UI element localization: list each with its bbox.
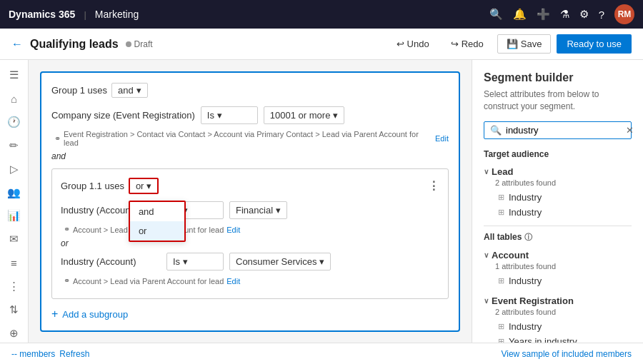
divider-1	[484, 226, 632, 226]
condition-1-operator[interactable]: Is ▾	[201, 106, 258, 124]
subgroup-connector-container: or ▾ and or	[129, 178, 159, 194]
lead-industry-2[interactable]: ⊞ Industry	[484, 205, 632, 220]
sidebar-icon-arrows[interactable]: ⇅	[3, 300, 26, 319]
add-subgroup-button[interactable]: + Add a subgroup	[51, 308, 449, 320]
account-industry[interactable]: ⊞ Industry	[484, 273, 632, 288]
page-title: Qualifying leads	[30, 38, 119, 51]
left-sidebar: ☰ ⌂ 🕐 ✏ ▷ 👥 📊 ✉ ≡ ⋮ ⇅ ⊕	[0, 60, 29, 343]
plus-icon[interactable]: ➕	[537, 8, 550, 21]
sidebar-icon-menu[interactable]: ☰	[3, 66, 26, 85]
bottombar: -- members Refresh View sample of includ…	[0, 343, 643, 364]
tree-section-event: ∨ Event Registration 2 attributes found …	[484, 294, 632, 343]
search-icon: 🔍	[490, 125, 502, 136]
sidebar-icon-people[interactable]: 👥	[3, 183, 26, 202]
chevron-down-icon: ∨	[484, 251, 489, 259]
condition-1-row: Company size (Event Registration) Is ▾ 1…	[51, 106, 449, 124]
filter-icon[interactable]: ⚗	[560, 8, 569, 21]
option-or[interactable]: or	[130, 221, 184, 241]
save-button[interactable]: 💾 Save	[497, 34, 552, 54]
subgroup-connector-dropdown[interactable]: or ▾	[129, 178, 159, 194]
redo-button[interactable]: ↪ Redo	[443, 34, 492, 54]
sidebar-icon-mail[interactable]: ✉	[3, 230, 26, 249]
avatar[interactable]: RM	[614, 4, 634, 24]
canvas-area: Group 1 uses and ▾ Company size (Event R…	[29, 60, 472, 343]
tree-account-label: Account	[492, 250, 529, 261]
connector-dropdown-popup[interactable]: and or	[129, 201, 186, 242]
sub-condition-2-value[interactable]: Consumer Services ▾	[229, 253, 331, 271]
sub-condition-2-operator[interactable]: Is ▾	[166, 253, 224, 271]
app-module: Marketing	[95, 9, 139, 20]
undo-button[interactable]: ↩ Undo	[389, 34, 437, 54]
ready-button[interactable]: Ready to use	[557, 34, 632, 54]
tree-section-account: ∨ Account 1 attributes found ⊞ Industry	[484, 248, 632, 288]
subgroup-header: Group 1.1 uses or ▾ and or ⋮	[61, 178, 439, 194]
chevron-down-icon: ∨	[484, 297, 489, 305]
sidebar-icon-chart[interactable]: 📊	[3, 206, 26, 226]
condition-1-field: Company size (Event Registration)	[51, 110, 195, 121]
help-icon[interactable]: ?	[599, 9, 604, 21]
lead-industry-1[interactable]: ⊞ Industry	[484, 190, 632, 205]
secondary-bar: ← Qualifying leads Draft ↩ Undo ↪ Redo 💾…	[0, 29, 643, 60]
group-uses-label: Group 1 uses	[51, 85, 107, 96]
sub-condition-2-row: Industry (Account) Is ▾ Consumer Service…	[61, 253, 439, 271]
panel-title: Segment builder	[484, 71, 632, 84]
topnav-icons: 🔍 🔔 ➕ ⚗ ⚙ ? RM	[489, 4, 634, 24]
event-years-in-industry[interactable]: ⊞ Years in industry	[484, 334, 632, 343]
sidebar-icon-pencil[interactable]: ✏	[3, 136, 26, 155]
sidebar-icon-list[interactable]: ≡	[3, 253, 26, 273]
group-connector-chevron: ▾	[136, 85, 141, 96]
sub-val-chevron: ▾	[276, 205, 281, 216]
gear-icon[interactable]: ⚙	[579, 8, 589, 21]
group-connector-dropdown[interactable]: and ▾	[111, 83, 148, 98]
subgroup-box: Group 1.1 uses or ▾ and or ⋮	[51, 168, 449, 299]
tree-event-header[interactable]: ∨ Event Registration	[484, 294, 632, 308]
secondbar-actions: ↩ Undo ↪ Redo 💾 Save Ready to use	[389, 34, 632, 54]
sub2-val-chevron: ▾	[319, 256, 324, 267]
sidebar-icon-clock[interactable]: 🕐	[3, 113, 26, 132]
tree-account-header[interactable]: ∨ Account	[484, 248, 632, 262]
nav-divider: |	[84, 9, 86, 20]
info-icon: ⓘ	[524, 232, 532, 243]
tree-lead-header[interactable]: ∨ Lead	[484, 165, 632, 178]
sidebar-icon-add[interactable]: ⊕	[3, 323, 26, 343]
search-box[interactable]: 🔍 ✕	[484, 121, 632, 139]
operator-chevron: ▾	[217, 110, 222, 121]
group-header: Group 1 uses and ▾	[51, 83, 449, 98]
back-button[interactable]: ←	[11, 38, 23, 51]
refresh-button[interactable]: Refresh	[59, 349, 89, 359]
sub-condition-1-value[interactable]: Financial ▾	[229, 201, 287, 219]
view-sample-link[interactable]: View sample of included members	[501, 349, 632, 359]
grid-icon: ⊞	[498, 193, 504, 202]
chevron-down-icon: ∨	[484, 168, 489, 176]
grid-icon: ⊞	[498, 337, 504, 343]
bell-icon[interactable]: 🔔	[513, 8, 527, 21]
event-industry[interactable]: ⊞ Industry	[484, 319, 632, 334]
sidebar-icon-play[interactable]: ▷	[3, 159, 26, 178]
clear-icon[interactable]: ✕	[626, 125, 634, 136]
draft-label: Draft	[134, 39, 153, 49]
search-input[interactable]	[506, 125, 626, 136]
sub2-op-chevron: ▾	[183, 256, 188, 267]
sub-condition-1-edit[interactable]: Edit	[226, 226, 240, 234]
search-icon[interactable]: 🔍	[489, 8, 503, 21]
subgroup-kebab-menu[interactable]: ⋮	[428, 179, 439, 193]
subgroup-connector-value: or	[136, 181, 144, 191]
option-and[interactable]: and	[130, 202, 184, 221]
condition-1-edit[interactable]: Edit	[435, 134, 449, 143]
plus-icon: +	[51, 308, 58, 320]
top-navigation: Dynamics 365 | Marketing 🔍 🔔 ➕ ⚗ ⚙ ? RM	[0, 0, 643, 29]
sidebar-icon-home[interactable]: ⌂	[3, 89, 26, 108]
target-audience-label: Target audience	[484, 149, 632, 159]
members-label[interactable]: -- members	[11, 349, 55, 359]
sub-condition-1-row: Industry (Account) Is ▾ Financial ▾	[61, 201, 439, 219]
sub-bc-icon: ⚭	[64, 225, 70, 234]
right-panel: Segment builder Select attributes from b…	[472, 60, 643, 343]
undo-label: Undo	[407, 39, 429, 49]
condition-1-breadcrumb: ⚭ Event Registration > Contact via Conta…	[51, 130, 449, 147]
condition-1-value[interactable]: 10001 or more ▾	[264, 106, 345, 124]
app-brand: Dynamics 365	[9, 9, 75, 20]
tree-lead-label: Lead	[492, 166, 513, 177]
sidebar-icon-grid[interactable]: ⋮	[3, 276, 26, 295]
sub-condition-2-edit[interactable]: Edit	[226, 277, 240, 285]
save-icon: 💾	[507, 39, 518, 49]
